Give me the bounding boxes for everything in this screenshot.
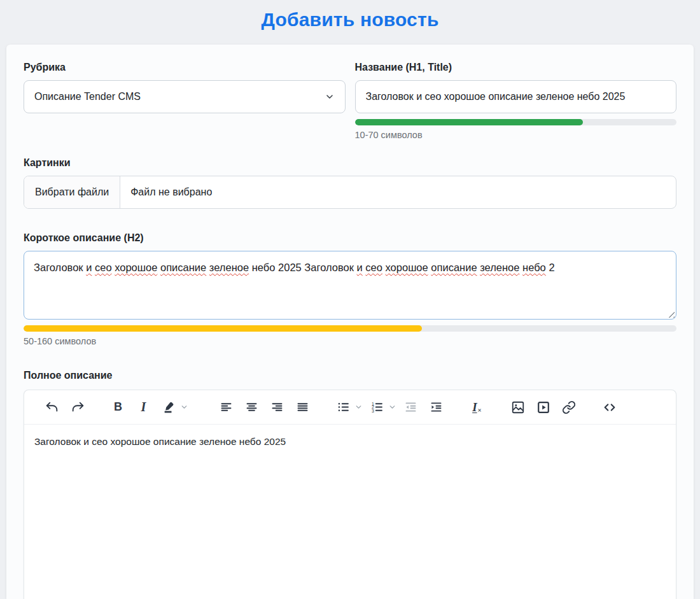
short-description-hint: 50-160 символов xyxy=(24,336,676,346)
clear-formatting-button[interactable]: I× xyxy=(468,398,486,416)
ordered-list-button[interactable]: 123 xyxy=(368,398,386,416)
outdent-button[interactable] xyxy=(402,398,419,416)
chevron-down-icon xyxy=(354,403,363,411)
image-icon xyxy=(511,400,525,414)
indent-button[interactable] xyxy=(428,398,445,416)
align-justify-button[interactable] xyxy=(294,398,311,416)
rubric-field-group: Рубрика Описание Tender CMS xyxy=(24,62,346,140)
link-icon xyxy=(562,400,576,414)
italic-icon: I xyxy=(141,400,146,414)
chevron-down-icon xyxy=(325,92,335,102)
rubric-select[interactable]: Описание Tender CMS xyxy=(24,80,346,113)
short-description-progress-track xyxy=(24,325,676,332)
align-right-button[interactable] xyxy=(269,398,286,416)
short-description-textarea[interactable]: Заголовок и сео хорошое описание зеленое… xyxy=(24,251,676,320)
align-left-button[interactable] xyxy=(218,398,235,416)
short-description-progress-bar xyxy=(24,325,422,332)
highlight-pen-icon xyxy=(162,400,176,414)
outdent-icon xyxy=(404,400,417,414)
page-title: Добавить новость xyxy=(261,9,438,31)
title-progress-bar xyxy=(355,119,584,125)
code-view-button[interactable] xyxy=(601,398,618,416)
images-file-input[interactable]: Вибрати файли Файл не вибрано xyxy=(24,176,676,209)
title-field-group: Название (H1, Title) 10-70 символов xyxy=(355,62,677,140)
svg-text:3: 3 xyxy=(372,409,374,413)
indent-icon xyxy=(430,400,443,414)
editor-content[interactable]: Заголовок и сео хорошое описание зеленое… xyxy=(24,425,676,459)
choose-files-button[interactable]: Вибрати файли xyxy=(24,176,120,208)
undo-icon xyxy=(45,400,59,414)
short-description-group: Короткое описание (H2) Заголовок и сео х… xyxy=(24,232,676,346)
align-center-icon xyxy=(245,400,258,414)
rubric-label: Рубрика xyxy=(24,62,346,73)
form-card: Рубрика Описание Tender CMS Название (H1… xyxy=(6,45,694,599)
full-description-group: Полное описание B I xyxy=(24,370,676,599)
clear-formatting-icon: I× xyxy=(472,400,482,414)
insert-link-button[interactable] xyxy=(560,398,577,416)
redo-button[interactable] xyxy=(69,398,86,416)
editor-toolbar: B I xyxy=(24,390,676,425)
chevron-down-icon xyxy=(388,403,396,411)
bullet-list-dropdown-chevron[interactable] xyxy=(354,403,363,411)
italic-button[interactable]: I xyxy=(135,398,152,416)
rubric-selected-option: Описание Tender CMS xyxy=(34,91,141,102)
insert-image-button[interactable] xyxy=(509,398,526,416)
file-status-text: Файл не вибрано xyxy=(120,187,222,198)
title-progress-track xyxy=(355,119,677,125)
images-field-group: Картинки Вибрати файли Файл не вибрано xyxy=(24,157,676,209)
insert-video-button[interactable] xyxy=(535,398,552,416)
highlight-dropdown-chevron[interactable] xyxy=(180,403,188,411)
undo-button[interactable] xyxy=(43,398,60,416)
bullet-list-icon xyxy=(337,400,350,414)
images-label: Картинки xyxy=(24,157,676,169)
title-label: Название (H1, Title) xyxy=(355,62,677,73)
align-right-icon xyxy=(270,400,284,414)
ordered-list-icon: 123 xyxy=(370,400,384,414)
align-justify-icon xyxy=(296,400,309,414)
redo-icon xyxy=(71,400,85,414)
code-icon xyxy=(603,400,617,414)
bold-icon: B xyxy=(114,400,122,414)
align-left-icon xyxy=(220,400,233,414)
title-input[interactable] xyxy=(355,80,677,113)
bullet-list-button[interactable] xyxy=(335,398,352,416)
ordered-list-dropdown-chevron[interactable] xyxy=(388,403,396,411)
page-header: Добавить новость xyxy=(0,0,700,39)
bold-button[interactable]: B xyxy=(109,398,127,416)
align-center-button[interactable] xyxy=(243,398,260,416)
highlight-button[interactable] xyxy=(160,398,178,416)
title-hint: 10-70 символов xyxy=(355,130,677,140)
video-icon xyxy=(536,400,550,414)
rich-text-editor: B I xyxy=(24,390,676,599)
short-description-label: Короткое описание (H2) xyxy=(24,232,676,244)
chevron-down-icon xyxy=(180,403,188,411)
full-description-label: Полное описание xyxy=(24,370,676,381)
